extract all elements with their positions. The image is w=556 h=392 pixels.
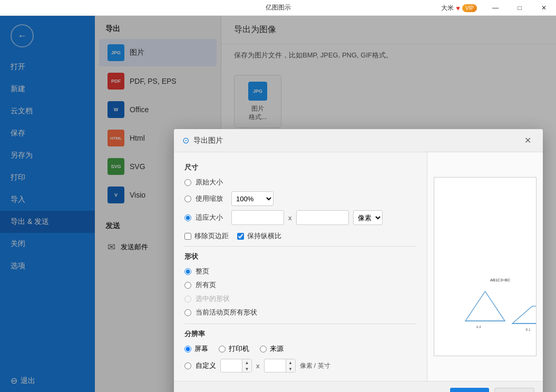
custom-y-down[interactable]: ▼ — [286, 366, 295, 372]
unit-select[interactable]: 像素 — [353, 210, 383, 225]
title-bar: 亿图图示 大米 ♥ VIP — □ ✕ — [0, 0, 556, 16]
shape-all-radio[interactable] — [184, 282, 191, 289]
shape-whole-row: 整页 — [184, 267, 416, 276]
custom-y-arrows: ▲ ▼ — [286, 359, 295, 372]
custom-x-separator: x — [256, 362, 260, 370]
dialog-title-icon: ⊙ — [182, 135, 189, 145]
vip-heart-icon: ♥ — [456, 4, 460, 12]
res-custom-radio[interactable] — [184, 362, 191, 369]
res-screen-label[interactable]: 屏幕 — [194, 344, 208, 354]
shape-selected-radio[interactable] — [184, 296, 191, 302]
svg-text:4.4: 4.4 — [476, 325, 481, 329]
size-original-row: 原始大小 — [184, 178, 416, 187]
shape-current-radio[interactable] — [184, 309, 191, 316]
shape-current-row: 当前活动页所有形状 — [184, 308, 416, 317]
preview-svg: AB1C3=BC 4.4 8.1 — [434, 178, 536, 356]
keep-ratio-item: 保持纵横比 — [237, 231, 281, 241]
keep-ratio-label[interactable]: 保持纵横比 — [247, 231, 281, 241]
resolution-radio-row: 屏幕 打印机 来源 — [184, 344, 416, 354]
size-original-radio[interactable] — [184, 179, 191, 186]
res-source-radio[interactable] — [260, 346, 267, 352]
dialog-title-text: 导出图片 — [193, 136, 223, 145]
shape-current-label[interactable]: 当前活动页所有形状 — [196, 308, 257, 317]
maximize-button[interactable]: □ — [508, 0, 532, 16]
width-input[interactable]: 1122.52 — [231, 210, 284, 225]
size-original-label[interactable]: 原始大小 — [196, 178, 223, 187]
checkbox-row: 移除页边距 保持纵横比 — [184, 231, 416, 241]
remove-margin-label[interactable]: 移除页边距 — [194, 231, 229, 241]
res-printer-item: 打印机 — [219, 344, 249, 354]
size-zoom-radio[interactable] — [184, 195, 191, 202]
custom-y-spinner: 96 ▲ ▼ — [264, 359, 296, 373]
remove-margin-item: 移除页边距 — [184, 231, 229, 241]
shape-selected-label: 选中的形状 — [196, 294, 230, 303]
shape-radio-group: 整页 所有页 选中的形状 当前活动页所有形状 — [184, 267, 416, 317]
shape-selected-row: 选中的形状 — [184, 294, 416, 303]
height-input[interactable]: 793.701 — [296, 210, 349, 225]
resolution-section-title: 分辨率 — [184, 329, 416, 339]
custom-x-down[interactable]: ▼ — [242, 366, 251, 372]
size-zoom-label[interactable]: 使用缩放 — [196, 194, 223, 203]
dialog-body: 尺寸 原始大小 使用缩放 100% 适应大小 1122.52 — [174, 152, 543, 381]
dialog-header: ⊙ 导出图片 ✕ — [174, 129, 543, 152]
size-x-separator: x — [288, 214, 292, 222]
dialog-close-button[interactable]: ✕ — [521, 134, 534, 146]
dialog-left-panel: 尺寸 原始大小 使用缩放 100% 适应大小 1122.52 — [174, 152, 427, 381]
dialog-title: ⊙ 导出图片 — [182, 135, 223, 145]
vip-badge: VIP — [462, 4, 477, 12]
divider-2 — [184, 324, 416, 324]
dialog-footer: 确定 取消 — [174, 381, 543, 392]
app-title: 亿图图示 — [266, 3, 291, 12]
res-printer-radio[interactable] — [219, 346, 226, 352]
size-fit-label[interactable]: 适应大小 — [196, 213, 223, 222]
custom-y-up[interactable]: ▲ — [286, 359, 295, 366]
size-fit-radio[interactable] — [184, 214, 191, 221]
custom-unit-label: 像素 / 英寸 — [300, 361, 330, 370]
custom-x-spinner: 96 ▲ ▼ — [220, 359, 252, 373]
custom-resolution-row: 自定义 96 ▲ ▼ x 96 ▲ ▼ 像素 / 英寸 — [184, 359, 416, 373]
close-window-button[interactable]: ✕ — [532, 0, 556, 16]
res-source-label[interactable]: 来源 — [270, 344, 284, 354]
res-printer-label[interactable]: 打印机 — [229, 344, 249, 354]
keep-ratio-checkbox[interactable] — [237, 233, 244, 240]
size-zoom-row: 使用缩放 100% — [184, 191, 416, 206]
cancel-button[interactable]: 取消 — [494, 388, 534, 392]
shape-all-label[interactable]: 所有页 — [196, 280, 216, 290]
custom-x-arrows: ▲ ▼ — [242, 359, 251, 372]
remove-margin-checkbox[interactable] — [184, 233, 191, 240]
shape-section-title: 形状 — [184, 252, 416, 261]
svg-text:AB1C3=BC: AB1C3=BC — [490, 278, 511, 282]
size-radio-group: 原始大小 使用缩放 100% 适应大小 1122.52 x 793.701 — [184, 178, 416, 225]
res-screen-item: 屏幕 — [184, 344, 208, 354]
export-image-dialog: ⊙ 导出图片 ✕ 尺寸 原始大小 使用缩放 100% — [174, 129, 543, 392]
size-fit-row: 适应大小 1122.52 x 793.701 像素 — [184, 210, 416, 225]
zoom-dropdown[interactable]: 100% — [231, 191, 274, 206]
divider-1 — [184, 246, 416, 247]
vip-area: 大米 ♥ VIP — [441, 0, 477, 16]
dialog-right-panel: AB1C3=BC 4.4 8.1 — [427, 152, 543, 381]
custom-x-up[interactable]: ▲ — [242, 359, 251, 366]
size-section-title: 尺寸 — [184, 163, 416, 172]
confirm-button[interactable]: 确定 — [450, 388, 489, 392]
svg-rect-0 — [436, 178, 535, 356]
res-screen-radio[interactable] — [184, 346, 191, 352]
svg-text:8.1: 8.1 — [525, 328, 530, 331]
window-controls: — □ ✕ — [483, 0, 556, 16]
res-custom-label[interactable]: 自定义 — [196, 361, 216, 370]
minimize-button[interactable]: — — [483, 0, 508, 16]
preview-box: AB1C3=BC 4.4 8.1 — [434, 177, 537, 356]
vip-username: 大米 — [441, 4, 454, 13]
shape-all-row: 所有页 — [184, 280, 416, 290]
shape-whole-radio[interactable] — [184, 268, 191, 275]
res-source-item: 来源 — [260, 344, 284, 354]
shape-whole-label[interactable]: 整页 — [196, 267, 209, 276]
